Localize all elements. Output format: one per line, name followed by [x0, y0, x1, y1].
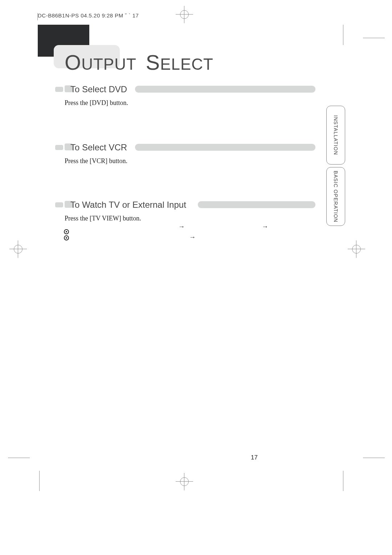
registration-mark-right	[350, 243, 363, 256]
crop-rule-bl-v	[39, 471, 40, 491]
crop-rule-br-h	[363, 458, 385, 458]
title-w1-cap: O	[65, 50, 81, 74]
section-heading-2: To Select VCR	[70, 142, 127, 153]
section-body-2: Press the [VCR] button.	[65, 157, 127, 165]
side-tab-installation-label: INSTALLATION	[333, 115, 339, 155]
section-bar-3	[198, 201, 315, 208]
registration-mark-left	[12, 243, 25, 256]
bullet-circle-2	[64, 235, 69, 240]
side-tab-installation: INSTALLATION	[326, 106, 345, 165]
crop-rule-br-v	[343, 471, 343, 491]
section-bar-2	[135, 144, 315, 151]
registration-mark-bottom	[178, 475, 191, 488]
section-heading-1: To Select DVD	[70, 84, 127, 94]
crop-rule-bl-h	[8, 458, 30, 458]
registration-mark-top	[178, 8, 191, 21]
title-w1-rest: UTPUT	[81, 55, 136, 73]
bullet-circle-1	[64, 229, 69, 234]
section-bullet-3	[55, 202, 63, 207]
section-heading-3: To Watch TV or External Input	[70, 200, 186, 210]
crop-rule-top-right	[343, 25, 343, 45]
section-bullet-1	[55, 87, 63, 92]
side-tab-basic-operation: BASIC OPERATION	[326, 167, 345, 226]
page-number: 17	[251, 454, 258, 461]
section-body-1: Press the [DVD] button.	[65, 99, 128, 107]
side-tab-basic-operation-label: BASIC OPERATION	[333, 171, 339, 222]
section-bar-1	[135, 86, 315, 93]
title-w2-rest: ELECT	[160, 55, 213, 73]
crop-rule-top-far-right	[363, 38, 385, 38]
page-title: OUTPUT SELECT	[65, 50, 213, 74]
section-body-3: Press the [TV VIEW] button.	[65, 215, 141, 222]
arrow-2: →	[262, 223, 268, 231]
arrow-3: →	[189, 234, 196, 241]
section-bullet-2	[55, 145, 63, 150]
title-w2-cap: S	[146, 50, 160, 74]
arrow-1: →	[178, 223, 185, 231]
print-slug: DC-B86B1N-PS 04.5.20 9:28 PM ˘ ` 17	[38, 12, 139, 19]
